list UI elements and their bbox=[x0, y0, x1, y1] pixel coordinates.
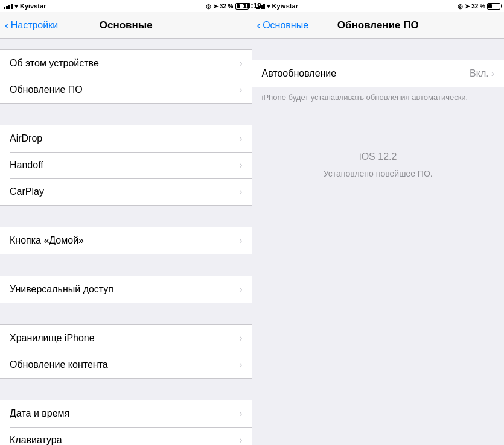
left-content: Об этом устройстве › Обновление ПО › Air… bbox=[0, 39, 252, 445]
section-home: Кнопка «Домой» › bbox=[0, 227, 252, 254]
cell-about-label: Об этом устройстве bbox=[10, 58, 99, 69]
auto-update-value: Вкл. › bbox=[470, 68, 494, 79]
cell-handoff[interactable]: Handoff › bbox=[0, 152, 252, 178]
chevron-icon: › bbox=[239, 84, 242, 95]
cell-date-time-label: Дата и время bbox=[10, 408, 69, 419]
section-accessibility: Универсальный доступ › bbox=[0, 276, 252, 303]
left-nav-bar: ‹ Настройки Основные bbox=[0, 12, 252, 39]
cell-accessibility-label: Универсальный доступ bbox=[10, 284, 113, 295]
chevron-icon: › bbox=[239, 284, 242, 295]
ios-version-block: iOS 12.2 Установлено новейшее ПО. bbox=[252, 113, 505, 216]
right-arrow-icon: ➤ bbox=[465, 3, 470, 10]
gap-top bbox=[0, 39, 252, 49]
auto-update-section: Автообновление Вкл. › bbox=[252, 60, 505, 87]
right-battery-percent: 32 % bbox=[471, 3, 485, 10]
chevron-icon: › bbox=[239, 133, 242, 144]
right-nav-bar: ‹ Основные Обновление ПО bbox=[252, 12, 505, 39]
cell-content-update[interactable]: Обновление контента › bbox=[0, 352, 252, 378]
left-panel: ▾ Kyivstar 19:19 ◎ ➤ 32 % ‹ Настройки Ос… bbox=[0, 0, 252, 445]
cell-carplay-label: CarPlay bbox=[10, 186, 44, 197]
ios-status-text: Установлено новейшее ПО. bbox=[324, 167, 433, 180]
auto-update-status: Вкл. bbox=[470, 68, 489, 79]
right-panel: ▾ Kyivstar 19:19 ◎ ➤ 32 % ‹ Основные Обн… bbox=[252, 0, 505, 445]
chevron-icon: › bbox=[239, 186, 242, 197]
gap-2 bbox=[0, 206, 252, 227]
left-nav-title: Основные bbox=[100, 19, 153, 31]
right-battery-body bbox=[487, 3, 500, 10]
cell-iphone-storage[interactable]: Хранилище iPhone › bbox=[0, 325, 252, 352]
right-content: Автообновление Вкл. › iPhone будет устан… bbox=[252, 39, 505, 445]
back-chevron-icon: ‹ bbox=[5, 19, 9, 31]
cell-keyboard-label: Клавиатура bbox=[10, 435, 62, 445]
arrow-icon: ➤ bbox=[213, 3, 218, 10]
ios-version-title: iOS 12.2 bbox=[359, 149, 397, 165]
cell-home-button-label: Кнопка «Домой» bbox=[10, 235, 84, 246]
battery-fill bbox=[237, 4, 240, 8]
section-storage: Хранилище iPhone › Обновление контента › bbox=[0, 324, 252, 379]
cell-software-update[interactable]: Обновление ПО › bbox=[0, 77, 252, 103]
right-battery-icon bbox=[487, 3, 500, 10]
cell-handoff-label: Handoff bbox=[10, 160, 43, 171]
gap-5 bbox=[0, 379, 252, 400]
cell-home-button[interactable]: Кнопка «Домой» › bbox=[0, 227, 252, 254]
cell-accessibility[interactable]: Универсальный доступ › bbox=[0, 276, 252, 303]
right-back-button[interactable]: ‹ Основные bbox=[257, 19, 309, 31]
right-carrier-label: Kyivstar bbox=[272, 2, 298, 10]
signal-bars bbox=[4, 4, 13, 9]
gap-3 bbox=[0, 254, 252, 276]
left-back-label: Настройки bbox=[11, 20, 58, 31]
chevron-icon: › bbox=[239, 160, 242, 171]
chevron-icon: › bbox=[239, 435, 242, 445]
section-device: Об этом устройстве › Обновление ПО › bbox=[0, 49, 252, 104]
auto-update-chevron-icon: › bbox=[491, 68, 494, 79]
left-back-button[interactable]: ‹ Настройки bbox=[5, 19, 58, 31]
right-location-icon: ◎ bbox=[458, 3, 463, 10]
right-battery-fill bbox=[488, 4, 492, 8]
cell-keyboard[interactable]: Клавиатура › bbox=[0, 427, 252, 445]
battery-percent: 32 % bbox=[220, 3, 234, 10]
right-nav-title: Обновление ПО bbox=[337, 19, 419, 31]
chevron-icon: › bbox=[239, 408, 242, 419]
cell-content-update-label: Обновление контента bbox=[10, 359, 108, 370]
cell-software-update-label: Обновление ПО bbox=[10, 84, 83, 95]
auto-update-description: iPhone будет устанавливать обновления ав… bbox=[252, 87, 505, 113]
cell-airdrop[interactable]: AirDrop › bbox=[0, 125, 252, 152]
cell-about[interactable]: Об этом устройстве › bbox=[0, 50, 252, 77]
right-status-right: ◎ ➤ 32 % bbox=[458, 3, 500, 10]
section-datetime: Дата и время › Клавиатура › bbox=[0, 400, 252, 445]
location-icon: ◎ bbox=[206, 3, 211, 10]
left-status-bar: ▾ Kyivstar 19:19 ◎ ➤ 32 % bbox=[0, 0, 252, 12]
auto-update-row[interactable]: Автообновление Вкл. › bbox=[252, 60, 505, 87]
chevron-icon: › bbox=[239, 333, 242, 344]
gap-4 bbox=[0, 303, 252, 324]
chevron-icon: › bbox=[239, 235, 242, 246]
cell-airdrop-label: AirDrop bbox=[10, 133, 42, 144]
carrier-label: Kyivstar bbox=[20, 2, 46, 10]
cell-date-time[interactable]: Дата и время › bbox=[0, 400, 252, 427]
wifi-icon: ▾ bbox=[14, 2, 18, 10]
cell-iphone-storage-label: Хранилище iPhone bbox=[10, 333, 95, 344]
chevron-icon: › bbox=[239, 58, 242, 69]
cell-carplay[interactable]: CarPlay › bbox=[0, 178, 252, 205]
left-status-right: ◎ ➤ 32 % bbox=[206, 3, 249, 10]
left-status-left: ▾ Kyivstar bbox=[4, 2, 46, 10]
right-status-time: 19:19 bbox=[252, 2, 261, 10]
auto-update-label: Автообновление bbox=[262, 68, 337, 79]
right-back-chevron-icon: ‹ bbox=[257, 19, 261, 31]
gap-1 bbox=[0, 104, 252, 125]
right-wifi-icon: ▾ bbox=[267, 2, 270, 10]
right-back-label: Основные bbox=[263, 20, 308, 31]
section-connectivity: AirDrop › Handoff › CarPlay › bbox=[0, 125, 252, 206]
right-status-left: ▾ Kyivstar bbox=[256, 2, 298, 10]
chevron-icon: › bbox=[239, 359, 242, 370]
right-status-bar: ▾ Kyivstar 19:19 ◎ ➤ 32 % bbox=[252, 0, 505, 12]
